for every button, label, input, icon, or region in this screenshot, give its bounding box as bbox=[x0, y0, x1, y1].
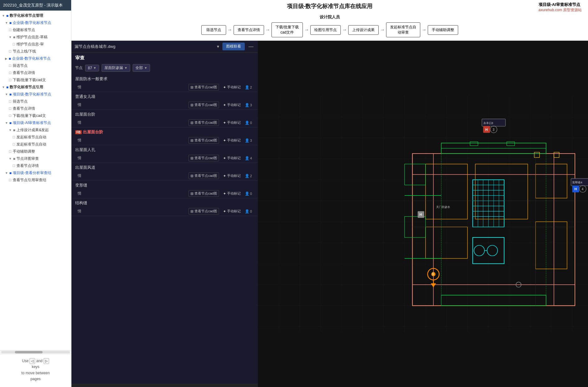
footer-keys-text: keys bbox=[32, 365, 39, 369]
mark-icon: ✦ bbox=[223, 85, 226, 90]
tree-label: 下载/批量下载cad文 bbox=[13, 113, 46, 118]
sidebar-tree[interactable]: ▼■数字化标准节点管理▼■企业级-数字化标准节点☐创建标准节点▼■维护节点信息-… bbox=[0, 11, 71, 350]
tree-item-18[interactable]: ☐发起标准节点自动 bbox=[0, 141, 71, 148]
tree-item-15[interactable]: ▼■项目级-AI审查标准节点 bbox=[0, 119, 71, 127]
tree-item-12[interactable]: ☐筛选节点 bbox=[0, 98, 71, 105]
manual-mark-button[interactable]: ✦ 手动标记 bbox=[221, 102, 242, 108]
manual-mark-button[interactable]: ✦ 手动标记 bbox=[221, 137, 242, 143]
svg-text:1: 1 bbox=[432, 272, 434, 276]
tree-item-23[interactable]: ☐查看节点引用审查结 bbox=[0, 177, 71, 184]
flow-step-3[interactable]: 下载/批量下载cad文件 bbox=[271, 22, 303, 37]
tree-item-13[interactable]: ☐查看节点详情 bbox=[0, 105, 71, 112]
view-cad-button[interactable]: ⊞ 查看节点cad图 bbox=[189, 208, 219, 214]
manual-mark-button[interactable]: ✦ 手动标记 bbox=[221, 84, 242, 90]
tree-item-19[interactable]: ☐手动辅助调整 bbox=[0, 148, 71, 155]
nav-right-key[interactable]: ▷ bbox=[43, 358, 49, 364]
manual-mark-button[interactable]: ✦ 手动标记 bbox=[221, 208, 242, 214]
view-cad-button[interactable]: ⊞ 查看节点cad图 bbox=[189, 119, 219, 126]
node-list[interactable]: 屋面防水一般要求 情 ⊞ 查看节点cad图 ✦ 手动标记 👤 2 普通女儿墙 情… bbox=[71, 74, 258, 384]
view-cad-button[interactable]: ⊞ 查看节点cad图 bbox=[189, 102, 219, 108]
tree-item-4[interactable]: ☐维护节点信息-审 bbox=[0, 41, 71, 48]
node-row-detail: 情 bbox=[78, 155, 186, 161]
tree-item-9[interactable]: ☐下载/批量下载cad文 bbox=[0, 76, 71, 84]
filter-status-dropdown[interactable]: 全部 ▼ bbox=[133, 64, 150, 72]
filter-count-dropdown[interactable]: 87 ▼ bbox=[85, 65, 99, 71]
folder-icon: ■ bbox=[13, 157, 15, 161]
tree-item-11[interactable]: ▼■项目级-数字化标准节点 bbox=[0, 91, 71, 98]
nav-left-key[interactable]: ◁ bbox=[30, 358, 35, 364]
tree-item-0[interactable]: ▼■数字化标准节点管理 bbox=[0, 12, 71, 19]
tree-item-3[interactable]: ▼■维护节点信息-草稿 bbox=[0, 34, 71, 41]
mark-label: 手动标记 bbox=[227, 209, 241, 214]
svg-text:天门防渗水: 天门防渗水 bbox=[436, 205, 450, 209]
view-cad-button[interactable]: ⊞ 查看节点cad图 bbox=[189, 190, 219, 197]
tree-item-7[interactable]: ☐筛选节点 bbox=[0, 62, 71, 69]
count-value: 3 bbox=[250, 103, 252, 107]
mark-label: 手动标记 bbox=[227, 120, 241, 125]
flow-step-6[interactable]: 发起标准节点自动审查 bbox=[386, 22, 420, 37]
flow-step-4[interactable]: 绘图引用节点 bbox=[310, 25, 341, 35]
tree-label: 数字化标准节点引用 bbox=[10, 85, 43, 90]
flow-step-1[interactable]: 筛选节点 bbox=[201, 25, 226, 35]
svg-text:H: H bbox=[574, 187, 577, 191]
flow-step-7[interactable]: 手动辅助调整 bbox=[428, 25, 458, 35]
tree-item-5[interactable]: ☐节点上线/下线 bbox=[0, 48, 71, 55]
cad-canvas[interactable]: 1 永丰口3 H 3 觉帮雄4 H 4 天门防渗水 1 bbox=[258, 41, 588, 387]
tree-item-14[interactable]: ☐下载/批量下载cad文 bbox=[0, 112, 71, 119]
tree-item-2[interactable]: ☐创建标准节点 bbox=[0, 26, 71, 34]
cad-icon: ⊞ bbox=[190, 138, 194, 143]
tree-label: 查看节点详情 bbox=[13, 70, 35, 76]
view-cad-button[interactable]: ⊞ 查看节点cad图 bbox=[189, 137, 219, 144]
manual-mark-button[interactable]: ✦ 手动标记 bbox=[221, 173, 242, 179]
node-row-5-0[interactable]: 情 ⊞ 查看节点cad图 ✦ 手动标记 👤 2 bbox=[71, 171, 258, 181]
node-row-2-0[interactable]: 情 ⊞ 查看节点cad图 ✦ 手动标记 👤 0 bbox=[71, 118, 258, 127]
tree-item-10[interactable]: ▼■数字化标准节点引用 bbox=[0, 84, 71, 91]
svg-text:觉帮雄4: 觉帮雄4 bbox=[572, 181, 582, 184]
person-icon: 👤 bbox=[245, 191, 249, 196]
manual-mark-button[interactable]: ✦ 手动标记 bbox=[221, 155, 242, 161]
tree-label: 维护节点信息-审 bbox=[16, 42, 44, 47]
tree-item-1[interactable]: ▼■企业级-数字化标准节点 bbox=[0, 19, 71, 26]
mark-icon: ✦ bbox=[223, 209, 226, 214]
tree-item-17[interactable]: ☐发起标准节点自动 bbox=[0, 134, 71, 141]
node-row-4-0[interactable]: 情 ⊞ 查看节点cad图 ✦ 手动标记 👤 4 bbox=[71, 154, 258, 163]
dwg-dropdown-arrow[interactable]: ▼ bbox=[216, 44, 220, 49]
tree-item-20[interactable]: ▼■节点详图审查 bbox=[0, 155, 71, 162]
horizontal-scrollbar[interactable] bbox=[71, 384, 258, 387]
flow-step-5[interactable]: 上传设计成果 bbox=[348, 25, 379, 35]
sidebar-scrollbar[interactable] bbox=[0, 350, 71, 354]
dwg-filename: 漏节点合稿各城市.dwg bbox=[75, 44, 214, 49]
count-value: 2 bbox=[250, 85, 252, 89]
node-row-0-0[interactable]: 情 ⊞ 查看节点cad图 ✦ 手动标记 👤 2 bbox=[71, 83, 258, 92]
cad-label: 查看节点cad图 bbox=[194, 191, 217, 196]
filter-type-dropdown[interactable]: 屋面防渗漏 ▼ bbox=[102, 64, 130, 72]
view-cad-button[interactable]: ⊞ 查看节点cad图 bbox=[189, 155, 219, 161]
view-cad-button[interactable]: ⊞ 查看节点cad图 bbox=[189, 84, 219, 90]
manual-mark-button[interactable]: ✦ 手动标记 bbox=[221, 191, 242, 196]
node-row-6-0[interactable]: 情 ⊞ 查看节点cad图 ✦ 手动标记 👤 0 bbox=[71, 189, 258, 198]
panel-close-button[interactable]: — bbox=[247, 44, 255, 49]
view-cad-button[interactable]: ⊞ 查看节点cad图 bbox=[189, 173, 219, 179]
folder-icon: ■ bbox=[13, 35, 15, 39]
tree-item-8[interactable]: ☐查看节点详情 bbox=[0, 69, 71, 76]
node-count: 👤 2 bbox=[245, 174, 254, 178]
flow-step-2[interactable]: 查看节点详情 bbox=[234, 25, 264, 35]
filter-count-arrow: ▼ bbox=[93, 66, 96, 70]
node-row-7-0[interactable]: 情 ⊞ 查看节点cad图 ✦ 手动标记 👤 0 bbox=[71, 207, 258, 216]
manual-mark-button[interactable]: ✦ 手动标记 bbox=[221, 120, 242, 126]
tree-item-16[interactable]: ▼■上传设计成果&发起 bbox=[0, 127, 71, 134]
tree-item-6[interactable]: ▶■企业级-数字化标准节点 bbox=[0, 55, 71, 62]
node-row-1-0[interactable]: 情 ⊞ 查看节点cad图 ✦ 手动标记 👤 3 bbox=[71, 100, 258, 110]
toggle-view-button[interactable]: 图模联看 bbox=[222, 43, 245, 50]
tree-label: 项目级-AI审查标准节点 bbox=[13, 120, 51, 126]
tree-label: 数字化标准节点管理 bbox=[10, 13, 43, 18]
chevron-icon: ▶ bbox=[5, 57, 7, 60]
cad-icon: ⊞ bbox=[190, 103, 194, 107]
cad-area: 漏节点合稿各城市.dwg ▼ 图模联看 — 审查 节点 87 ▼ 屋面防渗漏 ▼… bbox=[71, 41, 588, 387]
tree-item-21[interactable]: ☐查看节点详情 bbox=[0, 162, 71, 169]
node-row-3-0[interactable]: 情 ⊞ 查看节点cad图 ✦ 手动标记 👤 3 bbox=[71, 136, 258, 145]
person-icon: 👤 bbox=[245, 174, 249, 178]
tree-item-22[interactable]: ▼■项目级-查看分析审查结 bbox=[0, 169, 71, 177]
mark-label: 手动标记 bbox=[227, 138, 241, 143]
mark-label: 手动标记 bbox=[227, 191, 241, 196]
